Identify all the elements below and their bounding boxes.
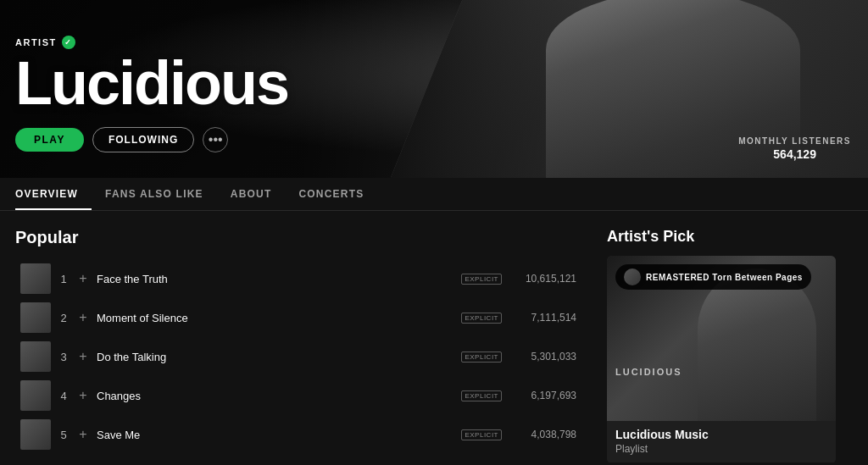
pick-lucidious-text: LUCIDIOUS <box>615 367 682 377</box>
hero-content: ARTIST ✓ Lucidious PLAY FOLLOWING ••• <box>15 36 288 152</box>
hero-section: ARTIST ✓ Lucidious PLAY FOLLOWING ••• MO… <box>0 0 868 178</box>
verified-icon: ✓ <box>64 38 73 47</box>
nav-overview[interactable]: OVERVIEW <box>15 178 92 210</box>
track-thumbnail <box>20 341 51 372</box>
track-number: 4 <box>58 390 70 402</box>
track-plays: 6,197,693 <box>509 390 576 401</box>
track-plays: 4,038,798 <box>509 429 576 440</box>
pick-label-bar: Lucidious Music Playlist <box>607 421 836 462</box>
left-column: Popular 1 + Face the Truth EXPLICIT 10,6… <box>15 228 581 462</box>
track-number: 1 <box>58 273 70 285</box>
pick-badge-icon <box>624 268 641 285</box>
track-add-icon[interactable]: + <box>76 271 90 286</box>
track-list: 1 + Face the Truth EXPLICIT 10,615,121 2… <box>15 259 581 454</box>
verified-badge: ✓ <box>62 36 75 49</box>
pick-badge: REMASTERED Torn Between Pages <box>615 264 811 290</box>
monthly-listeners: MONTHLY LISTENERS 564,129 <box>738 136 851 161</box>
more-button[interactable]: ••• <box>203 127 228 152</box>
track-add-icon[interactable]: + <box>76 310 90 325</box>
track-thumbnail <box>20 302 51 333</box>
pick-badge-text: REMASTERED Torn Between Pages <box>646 273 803 282</box>
explicit-badge: EXPLICIT <box>461 429 502 440</box>
track-name: Do the Talking <box>97 351 454 363</box>
pick-card-image: REMASTERED Torn Between Pages LUCIDIOUS <box>607 256 836 421</box>
track-thumbnail <box>20 263 51 294</box>
artists-pick-title: Artist's Pick <box>607 228 853 246</box>
popular-section-title: Popular <box>15 228 581 247</box>
pick-card-title: Lucidious Music <box>615 428 827 441</box>
main-content: Popular 1 + Face the Truth EXPLICIT 10,6… <box>0 211 868 462</box>
track-thumbnail <box>20 419 51 450</box>
track-thumbnail <box>20 380 51 411</box>
track-plays: 10,615,121 <box>509 273 576 285</box>
right-column: Artist's Pick REMASTERED Torn Between Pa… <box>581 228 853 462</box>
nav-about[interactable]: ABOUT <box>217 178 286 210</box>
track-row[interactable]: 5 + Save Me EXPLICIT 4,038,798 <box>15 415 581 454</box>
artist-label-text: ARTIST <box>15 37 57 47</box>
artist-label: ARTIST ✓ <box>15 36 288 49</box>
track-number: 2 <box>58 312 70 324</box>
explicit-badge: EXPLICIT <box>461 274 502 285</box>
hero-actions: PLAY FOLLOWING ••• <box>15 127 288 152</box>
nav-fans-also-like[interactable]: FANS ALSO LIKE <box>92 178 217 210</box>
monthly-listeners-label: MONTHLY LISTENERS <box>738 136 851 146</box>
explicit-badge: EXPLICIT <box>461 352 502 363</box>
track-plays: 5,301,033 <box>509 351 576 363</box>
track-name: Face the Truth <box>97 273 454 285</box>
artists-pick-card[interactable]: REMASTERED Torn Between Pages LUCIDIOUS … <box>607 256 836 462</box>
nav-bar: OVERVIEW FANS ALSO LIKE ABOUT CONCERTS <box>0 178 868 211</box>
nav-concerts[interactable]: CONCERTS <box>285 178 377 210</box>
track-add-icon[interactable]: + <box>76 427 90 442</box>
explicit-badge: EXPLICIT <box>461 390 502 401</box>
explicit-badge: EXPLICIT <box>461 313 502 324</box>
track-number: 3 <box>58 351 70 363</box>
track-plays: 7,111,514 <box>509 312 576 324</box>
track-name: Moment of Silence <box>97 312 454 324</box>
pick-card-subtitle: Playlist <box>615 443 827 455</box>
following-button[interactable]: FOLLOWING <box>92 127 194 152</box>
play-button[interactable]: PLAY <box>15 128 84 152</box>
track-number: 5 <box>58 429 70 441</box>
track-row[interactable]: 4 + Changes EXPLICIT 6,197,693 <box>15 376 581 415</box>
artist-name: Lucidious <box>15 53 288 113</box>
track-name: Save Me <box>97 429 454 441</box>
track-row[interactable]: 2 + Moment of Silence EXPLICIT 7,111,514 <box>15 298 581 337</box>
track-row[interactable]: 1 + Face the Truth EXPLICIT 10,615,121 <box>15 259 581 298</box>
more-icon: ••• <box>209 132 223 147</box>
track-add-icon[interactable]: + <box>76 388 90 403</box>
track-add-icon[interactable]: + <box>76 349 90 364</box>
track-row[interactable]: 3 + Do the Talking EXPLICIT 5,301,033 <box>15 337 581 376</box>
track-name: Changes <box>97 390 454 402</box>
monthly-listeners-count: 564,129 <box>738 147 851 161</box>
